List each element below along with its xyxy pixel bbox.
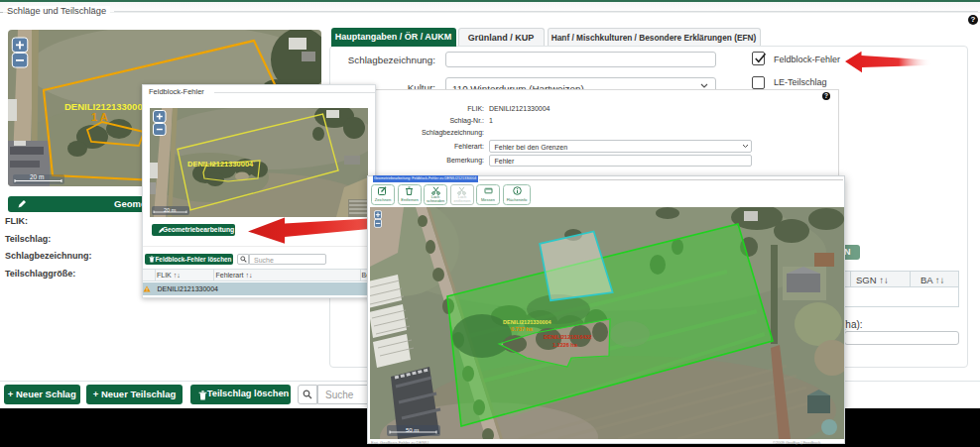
svg-text:50 m: 50 m — [406, 427, 419, 433]
svg-text:20 m: 20 m — [164, 207, 177, 213]
svg-text:0.737 ha: 0.737 ha — [511, 326, 534, 332]
svg-text:1 A: 1 A — [91, 111, 108, 123]
svg-text:DENILI2121330004: DENILI2121330004 — [503, 319, 552, 325]
svg-text:1.1226 ha: 1.1226 ha — [552, 342, 578, 348]
svg-text:DENILI2121330004: DENILI2121330004 — [187, 160, 254, 168]
svg-text:20 m: 20 m — [30, 173, 44, 180]
svg-text:DENILI2121816432: DENILI2121816432 — [544, 334, 592, 340]
